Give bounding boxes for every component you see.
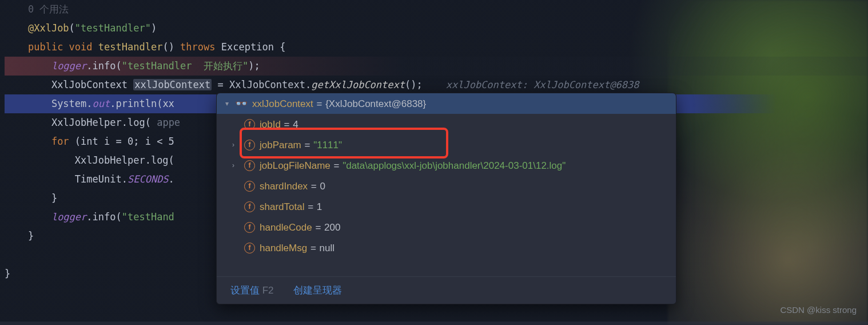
shortcut-hint: F2: [262, 285, 274, 296]
field-value: 0: [320, 181, 325, 192]
field-icon: f: [244, 119, 255, 130]
debug-root-row[interactable]: ▾ 👓 xxlJobContext = {XxlJobContext@6838}: [217, 93, 676, 114]
selected-variable[interactable]: xxlJobContext: [133, 79, 212, 90]
field-icon: f: [244, 243, 255, 253]
debug-field-row[interactable]: ›fjobLogFileName = "data\applogs\xxl-job…: [217, 155, 676, 176]
field-name: shardTotal: [260, 201, 304, 212]
chevron-right-icon[interactable]: ›: [227, 141, 240, 148]
field-value: null: [320, 243, 335, 253]
code-line: @XxlJob("testHandler"): [5, 19, 868, 38]
chevron-down-icon[interactable]: ▾: [224, 100, 230, 107]
inline-debug-hint: xxlJobContext: XxlJobContext@6838: [446, 79, 639, 90]
watermark: CSDN @kiss strong: [780, 300, 857, 319]
field-name: handleMsg: [260, 243, 307, 253]
debug-field-row[interactable]: fshardIndex = 0: [217, 176, 676, 196]
field-value: "data\applogs\xxl-job\jobhandler\2024-03…: [343, 160, 566, 171]
field-name: shardIndex: [260, 181, 308, 192]
field-name: jobLogFileName: [260, 160, 331, 171]
var-value: {XxlJobContext@6838}: [325, 98, 426, 109]
status-bar: [0, 322, 868, 325]
field-value: 4: [293, 119, 298, 130]
debug-field-row[interactable]: ›fjobParam = "1111": [217, 134, 676, 155]
debug-field-row[interactable]: fshardTotal = 1: [217, 196, 676, 217]
debug-evaluate-popup[interactable]: ▾ 👓 xxlJobContext = {XxlJobContext@6838}…: [216, 93, 676, 304]
debug-field-row[interactable]: fhandleMsg = null: [217, 237, 676, 258]
field-name: jobId: [260, 119, 281, 130]
field-icon: f: [244, 222, 255, 233]
create-renderer-link[interactable]: 创建呈现器: [293, 286, 342, 295]
set-value-link[interactable]: 设置值: [230, 285, 260, 296]
field-value: 200: [324, 222, 340, 233]
usage-hint: 0 个用法: [5, 3, 69, 15]
field-name: handleCode: [260, 222, 312, 233]
field-value: "1111": [313, 140, 342, 150]
debug-field-row[interactable]: fhandleCode = 200: [217, 217, 676, 237]
popup-footer: 设置值 F2 创建呈现器: [217, 276, 676, 304]
field-value: 1: [317, 201, 322, 212]
field-icon: f: [244, 160, 255, 171]
code-line: 0 个用法: [5, 0, 868, 19]
field-icon: f: [244, 181, 255, 192]
code-line: public void testHandler() throws Excepti…: [5, 38, 868, 57]
var-name: xxlJobContext: [252, 98, 313, 109]
field-icon: f: [244, 201, 255, 212]
code-line: XxlJobContext xxlJobContext = XxlJobCont…: [5, 76, 868, 94]
field-icon: f: [244, 140, 255, 150]
field-name: jobParam: [260, 140, 301, 150]
code-line: logger.info("testHandler 开始执行");: [5, 57, 868, 76]
chevron-right-icon[interactable]: ›: [227, 162, 240, 169]
debug-field-row[interactable]: fjobId = 4: [217, 114, 676, 134]
watch-icon: 👓: [235, 98, 248, 109]
